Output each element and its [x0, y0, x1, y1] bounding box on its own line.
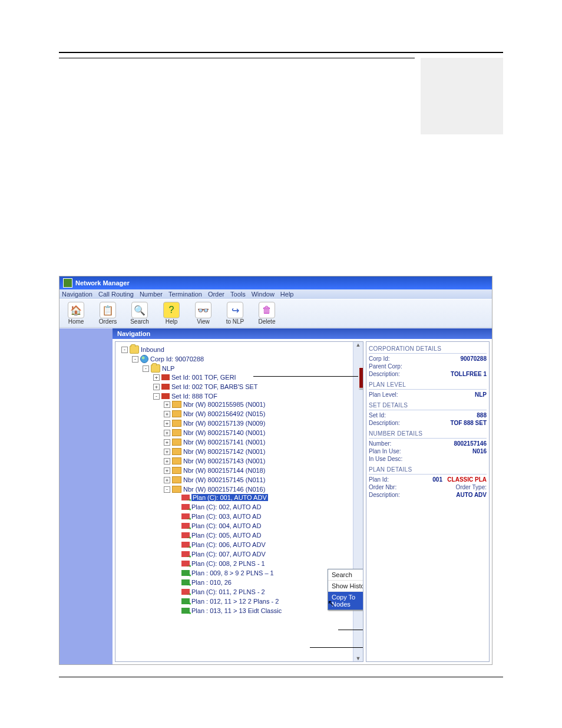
tree-set-001[interactable]: +Set Id: 001 TOF, GERI	[153, 373, 361, 382]
window-title: Network Manager	[75, 279, 130, 286]
toolbar: 🏠Home 📋Orders 🔍Search ?Help 👓View ↪to NL…	[59, 299, 492, 328]
tree-number[interactable]: +Nbr (W) 8002157143 (N001)	[164, 456, 361, 466]
menu-tools[interactable]: Tools	[230, 291, 246, 298]
tree-plan[interactable]: Plan (C): 001, AUTO ADV	[174, 493, 361, 502]
view-button[interactable]: 👓View	[190, 302, 216, 325]
tree-plan[interactable]: Plan (C): 004, AUTO AD	[174, 521, 361, 531]
menu-help[interactable]: Help	[280, 291, 294, 298]
search-button[interactable]: 🔍Search	[127, 302, 153, 325]
help-button[interactable]: ?Help	[158, 302, 184, 325]
menu-window[interactable]: Window	[252, 291, 275, 298]
group-number-details: NUMBER DETAILS Number:8002157146 Plan In…	[369, 430, 487, 463]
tree-number[interactable]: +Nbr (W) 8002157140 (N001)	[164, 428, 361, 437]
left-sidebar	[59, 328, 113, 664]
to-nlp-button[interactable]: ↪to NLP	[222, 302, 248, 325]
delete-button[interactable]: 🗑Delete	[254, 302, 280, 325]
tree-number[interactable]: +Nbr (W) 8002156492 (N015)	[164, 409, 361, 419]
tree-number[interactable]: +Nbr (W) 8002155985 (N001)	[164, 400, 361, 409]
group-plan-details: PLAN DETAILS Plan Id:001 CLASSIC PLA Ord…	[369, 466, 487, 499]
callout-srp-evs: You can also select an SRP or EVS plan.	[359, 367, 363, 388]
tree-number[interactable]: +Nbr (W) 8002157141 (N001)	[164, 437, 361, 447]
app-icon	[63, 278, 72, 288]
tree-root[interactable]: -Inbound -Corp Id: 90070288 -NLP +Set Id…	[121, 344, 361, 621]
tree-plan[interactable]: Plan (C): 005, AUTO AD	[174, 531, 361, 540]
menu-callrouting[interactable]: Call Routing	[98, 291, 134, 298]
cursor-icon: ↖	[328, 598, 335, 608]
details-panel: CORPORATION DETAILS Corp Id:90070288 Par…	[366, 341, 490, 662]
tree-number[interactable]: +Nbr (W) 8002157142 (N001)	[164, 447, 361, 456]
menu-order[interactable]: Order	[208, 291, 224, 298]
group-plan-level: PLAN LEVEL Plan Level:NLP	[369, 381, 487, 398]
tree-plan[interactable]: Plan (C): 007, AUTO ADV	[174, 549, 361, 559]
callout-line-b1	[338, 630, 363, 630]
callout-line-b2	[310, 647, 363, 648]
tree-panel[interactable]: You can also select an SRP or EVS plan. …	[115, 341, 363, 662]
tree-set-002[interactable]: +Set Id: 002 TOF, BARB'S SET	[153, 382, 361, 391]
tree-plan[interactable]: Plan (C): 002, AUTO AD	[174, 502, 361, 512]
menubar[interactable]: Navigation Call Routing Number Terminati…	[59, 289, 492, 299]
tree-plan[interactable]: Plan (C): 008, 2 PLNS - 1	[174, 559, 361, 568]
tree-number[interactable]: +Nbr (W) 8002157145 (N011)	[164, 475, 361, 485]
ctx-search[interactable]: Search	[328, 569, 363, 581]
tree-plan[interactable]: Plan (C): 006, AUTO ADV	[174, 540, 361, 549]
top-right-block	[421, 58, 503, 134]
callout-line-a	[253, 376, 358, 377]
group-set-details: SET DETAILS Set Id:888 Description:TOF 8…	[369, 402, 487, 427]
tree-number[interactable]: +Nbr (W) 8002157139 (N009)	[164, 419, 361, 428]
navigation-tree[interactable]: -Inbound -Corp Id: 90070288 -NLP +Set Id…	[115, 342, 363, 624]
menu-number[interactable]: Number	[140, 291, 163, 298]
tree-corp[interactable]: -Corp Id: 90070288 -NLP +Set Id: 001 TOF…	[132, 354, 361, 620]
titlebar: Network Manager	[59, 276, 492, 289]
navigation-header: Navigation	[113, 328, 492, 339]
home-button[interactable]: 🏠Home	[63, 302, 89, 325]
tree-number[interactable]: +Nbr (W) 8002157144 (N018)	[164, 466, 361, 475]
tree-plan[interactable]: Plan (C): 003, AUTO AD	[174, 512, 361, 521]
group-corporation-details: CORPORATION DETAILS Corp Id:90070288 Par…	[369, 345, 487, 378]
menu-navigation[interactable]: Navigation	[62, 291, 92, 298]
app-window: Network Manager Navigation Call Routing …	[59, 276, 492, 665]
orders-button[interactable]: 📋Orders	[95, 302, 121, 325]
menu-termination[interactable]: Termination	[168, 291, 202, 298]
ctx-show-history[interactable]: Show History	[328, 581, 363, 592]
